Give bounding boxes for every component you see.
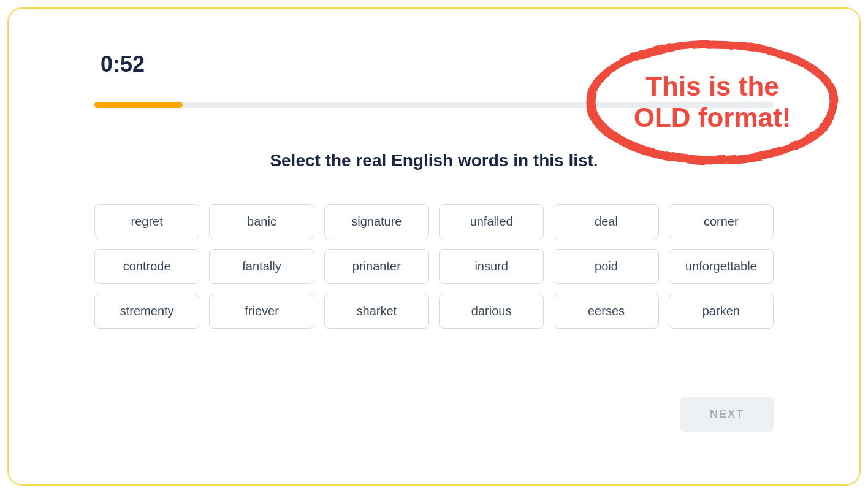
word-option[interactable]: eerses bbox=[554, 294, 658, 329]
word-option[interactable]: regret bbox=[94, 204, 199, 239]
question-prompt: Select the real English words in this li… bbox=[94, 151, 774, 170]
word-option[interactable]: prinanter bbox=[324, 249, 429, 284]
progress-bar bbox=[94, 102, 774, 108]
word-option[interactable]: banic bbox=[209, 204, 314, 239]
word-option[interactable]: fantally bbox=[209, 249, 314, 284]
progress-fill bbox=[94, 102, 183, 108]
word-option[interactable]: friever bbox=[209, 294, 314, 329]
word-option[interactable]: deal bbox=[554, 204, 658, 239]
word-row: regret banic signature unfalled deal cor… bbox=[94, 204, 774, 239]
word-option[interactable]: parken bbox=[669, 294, 774, 329]
word-option[interactable]: insurd bbox=[439, 249, 544, 284]
divider bbox=[94, 372, 774, 372]
word-option[interactable]: sharket bbox=[324, 294, 429, 329]
word-option[interactable]: unfalled bbox=[439, 204, 544, 239]
word-option[interactable]: strementy bbox=[94, 294, 199, 329]
timer-display: 0:52 bbox=[101, 52, 774, 77]
word-option[interactable]: darious bbox=[439, 294, 544, 329]
word-option[interactable]: controde bbox=[94, 249, 199, 284]
next-button[interactable]: NEXT bbox=[680, 397, 774, 432]
quiz-frame: 0:52 Select the real English words in th… bbox=[7, 7, 861, 486]
footer: NEXT bbox=[94, 397, 774, 432]
word-option[interactable]: poid bbox=[554, 249, 658, 284]
word-option[interactable]: corner bbox=[669, 204, 774, 239]
word-option[interactable]: signature bbox=[324, 204, 429, 239]
word-options-grid: regret banic signature unfalled deal cor… bbox=[94, 204, 774, 329]
word-row: strementy friever sharket darious eerses… bbox=[94, 294, 774, 329]
word-row: controde fantally prinanter insurd poid … bbox=[94, 249, 774, 284]
word-option[interactable]: unforgettable bbox=[669, 249, 774, 284]
